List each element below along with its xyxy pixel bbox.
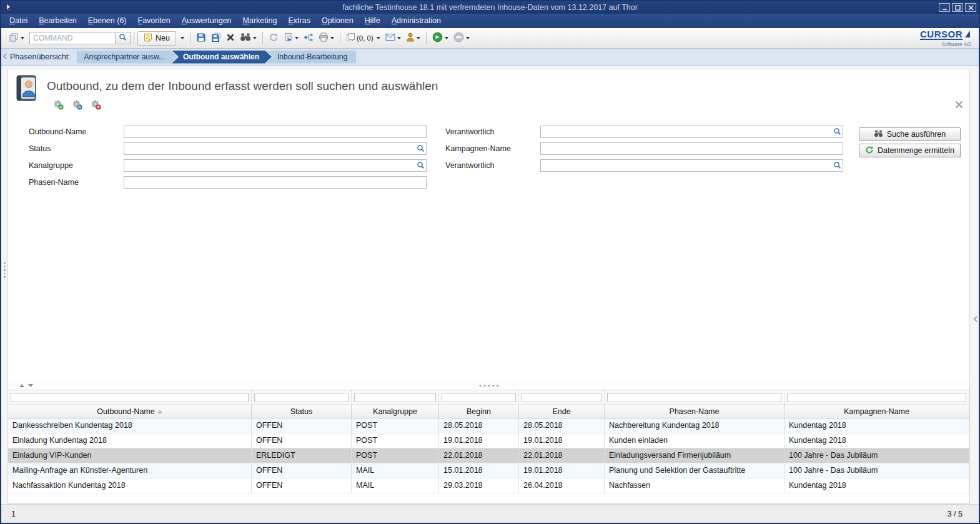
mail-button[interactable] xyxy=(383,31,403,45)
windows-icon xyxy=(9,32,19,44)
table-row[interactable]: Nachfassaktion Kundentag 2018 OFFEN MAIL… xyxy=(8,478,969,493)
menu-administration[interactable]: Administration xyxy=(386,14,447,28)
splitter-collapse-controls[interactable] xyxy=(19,384,33,387)
delete-button[interactable] xyxy=(224,31,237,46)
status-input[interactable] xyxy=(124,142,427,155)
field-label-phasen-name: Phasen-Name xyxy=(29,178,124,187)
column-header-beginn[interactable]: Beginn xyxy=(439,405,519,418)
close-button[interactable] xyxy=(965,3,976,12)
sort-ascending-icon xyxy=(157,410,162,413)
save-all-button[interactable] xyxy=(209,31,224,46)
new-note-icon xyxy=(144,33,152,44)
save-button[interactable] xyxy=(194,31,209,46)
verantwortlich-1-input[interactable] xyxy=(540,126,843,138)
table-row-selected[interactable]: Einladung VIP-Kunden ERLEDIGT POST 22.01… xyxy=(8,448,969,463)
panel-close-icon[interactable] xyxy=(955,101,963,111)
verantwortlich-1-lookup-icon[interactable] xyxy=(833,127,841,137)
record-counter-button[interactable]: (0, 0) xyxy=(344,31,383,46)
cell-outbound-name: Mailing-Anfrage an Künstler-Agenturen xyxy=(8,463,252,478)
column-header-phasen-name[interactable]: Phasen-Name xyxy=(605,405,784,418)
chevron-down-icon xyxy=(295,37,299,39)
cell-beginn: 29.03.2018 xyxy=(439,478,519,493)
menu-ebenen[interactable]: Ebenen (6) xyxy=(82,14,132,28)
send-document-button[interactable] xyxy=(281,31,301,46)
filter-phasen-name[interactable] xyxy=(607,393,781,402)
refresh-button[interactable] xyxy=(266,31,281,46)
verantwortlich-2-input[interactable] xyxy=(540,159,843,172)
titlebar: fachliche Testinhouse 18.1 mit verfremde… xyxy=(1,1,979,14)
cell-status: OFFEN xyxy=(252,463,352,478)
kampagnen-name-input[interactable] xyxy=(540,142,843,155)
filter-kanalgruppe[interactable] xyxy=(354,393,436,402)
table-row[interactable]: Dankesschreiben Kundentag 2018 OFFEN POS… xyxy=(8,418,969,433)
workflow-icon xyxy=(304,32,314,44)
cell-beginn: 28.05.2018 xyxy=(439,418,519,433)
column-header-status[interactable]: Status xyxy=(252,405,352,418)
cell-kampagnen-name: Kundentag 2018 xyxy=(784,478,969,493)
cell-outbound-name: Dankesschreiben Kundentag 2018 xyxy=(8,418,252,433)
filter-ende[interactable] xyxy=(522,393,601,402)
phase-ansprechpartner[interactable]: Ansprechpartner ausw... xyxy=(77,51,177,64)
column-label: Status xyxy=(290,407,312,416)
menu-auswertungen[interactable]: Auswertungen xyxy=(176,14,237,28)
phase-outbound-auswaehlen[interactable]: Outbound auswählen xyxy=(172,51,272,64)
print-button[interactable] xyxy=(316,31,337,46)
verantwortlich-2-lookup-icon[interactable] xyxy=(833,161,841,171)
menu-favoriten[interactable]: Favoriten xyxy=(132,14,176,28)
go-back-disabled-button[interactable] xyxy=(451,30,472,46)
filter-outbound-name[interactable] xyxy=(11,393,249,402)
cell-status: OFFEN xyxy=(252,478,352,493)
new-dropdown-button[interactable] xyxy=(176,35,187,41)
record-counter-label: (0, 0) xyxy=(357,34,374,42)
menu-optionen[interactable]: Optionen xyxy=(316,14,359,28)
command-input[interactable] xyxy=(29,32,116,44)
maximize-button[interactable] xyxy=(952,3,963,12)
menu-bearbeiten[interactable]: Bearbeiten xyxy=(33,14,82,28)
address-book-person-icon xyxy=(14,74,38,104)
search-new-icon[interactable] xyxy=(53,99,64,112)
column-header-outbound-name[interactable]: Outbound-Name xyxy=(8,405,252,418)
search-records-button[interactable] xyxy=(237,31,259,46)
filter-beginn[interactable] xyxy=(442,393,516,402)
search-open-icon[interactable] xyxy=(72,99,82,112)
user-button[interactable] xyxy=(403,31,423,46)
cell-ende: 19.01.2018 xyxy=(519,433,605,448)
command-search-button[interactable] xyxy=(116,32,131,44)
status-lookup-icon[interactable] xyxy=(417,144,425,154)
panel-collapse-right-handle[interactable] xyxy=(973,315,978,324)
splitter-grip-icon xyxy=(479,385,498,387)
go-forward-button[interactable] xyxy=(430,30,451,46)
new-button[interactable]: Neu xyxy=(137,31,176,46)
table-row[interactable]: Mailing-Anfrage an Künstler-Agenturen OF… xyxy=(8,463,969,478)
search-icon xyxy=(119,33,127,43)
search-delete-icon[interactable] xyxy=(91,99,101,112)
splitter-handle[interactable] xyxy=(8,382,969,390)
phasen-name-input[interactable] xyxy=(124,176,427,189)
cursor-logo-subtext: Software AG xyxy=(941,42,971,47)
panel-collapse-left-handle[interactable] xyxy=(2,52,7,61)
phase-inbound-bearbeitung[interactable]: Inbound-Bearbeitung xyxy=(266,51,356,64)
menu-datei[interactable]: Datei xyxy=(4,14,33,28)
outbound-name-input[interactable] xyxy=(124,126,427,138)
kanalgruppe-lookup-icon[interactable] xyxy=(417,161,425,171)
window-switch-button[interactable] xyxy=(6,31,27,46)
kanalgruppe-input[interactable] xyxy=(124,159,427,172)
column-header-kanalgruppe[interactable]: Kanalgruppe xyxy=(352,405,439,418)
cell-kampagnen-name: 100 Jahre - Das Jubiläum xyxy=(784,448,969,463)
column-header-kampagnen-name[interactable]: Kampagnen-Name xyxy=(784,405,969,418)
workflow-button[interactable] xyxy=(301,31,316,46)
filter-status[interactable] xyxy=(254,393,349,402)
menu-marketing[interactable]: Marketing xyxy=(237,14,283,28)
collapse-up-icon xyxy=(19,384,24,387)
table-row[interactable]: Einladung Kundentag 2018 OFFEN POST 19.0… xyxy=(8,433,969,448)
left-splitter-grip[interactable] xyxy=(4,262,6,278)
menu-hilfe[interactable]: Hilfe xyxy=(359,14,386,28)
execute-search-button[interactable]: Suche ausführen xyxy=(859,127,961,141)
minimize-button[interactable] xyxy=(939,3,950,12)
cell-kampagnen-name: Kundentag 2018 xyxy=(784,433,969,448)
menu-extras[interactable]: Extras xyxy=(282,14,315,28)
column-header-ende[interactable]: Ende xyxy=(519,405,605,418)
filter-kampagnen-name[interactable] xyxy=(787,393,966,402)
count-data-button[interactable]: Datenmenge ermitteln xyxy=(859,144,961,157)
cell-phasen-name: Kunden einladen xyxy=(605,433,784,448)
